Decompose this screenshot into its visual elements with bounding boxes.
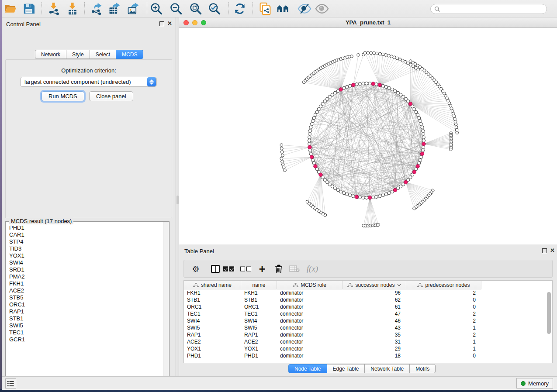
network-hub-node[interactable]	[422, 142, 426, 145]
table-row[interactable]: SWI5SWI5connector431	[184, 324, 552, 331]
network-hub-node[interactable]	[310, 155, 313, 158]
save-session-icon[interactable]	[21, 2, 36, 16]
network-node[interactable]	[421, 129, 424, 132]
mcds-result-item[interactable]: STP4	[6, 238, 163, 245]
network-node[interactable]	[314, 113, 317, 117]
network-node[interactable]	[367, 52, 370, 55]
table-row[interactable]: ORC1ORC1dominator610	[184, 303, 552, 310]
network-node[interactable]	[456, 131, 459, 134]
zoom-in-icon[interactable]	[149, 2, 164, 16]
network-node[interactable]	[454, 123, 457, 126]
network-node[interactable]	[375, 52, 378, 55]
column-header-successor-nodes[interactable]: successor nodes	[343, 281, 406, 289]
network-node[interactable]	[384, 85, 387, 88]
mcds-result-item[interactable]: ACE2	[6, 287, 163, 294]
network-node[interactable]	[391, 88, 394, 91]
mcds-result-item[interactable]: TID3	[6, 245, 163, 252]
network-node[interactable]	[393, 56, 396, 59]
network-node[interactable]	[280, 144, 283, 147]
network-node[interactable]	[306, 200, 309, 203]
criterion-dropdown[interactable]: largest connected component (undirected)	[20, 77, 157, 87]
network-node[interactable]	[365, 82, 368, 85]
network-node[interactable]	[419, 158, 422, 162]
network-node[interactable]	[399, 93, 402, 96]
network-node[interactable]	[413, 207, 416, 210]
network-node[interactable]	[328, 95, 331, 98]
network-node[interactable]	[378, 52, 381, 55]
tab-select[interactable]: Select	[90, 50, 116, 59]
mcds-result-item[interactable]: PHD1	[6, 224, 163, 231]
network-node[interactable]	[368, 82, 371, 85]
network-node[interactable]	[280, 157, 283, 160]
zoom-selected-icon[interactable]	[207, 2, 222, 16]
network-node[interactable]	[350, 55, 353, 58]
network-node[interactable]	[416, 113, 419, 117]
network-node[interactable]	[394, 89, 397, 93]
table-row[interactable]: PHD1PHD1dominator180	[184, 352, 552, 359]
network-node[interactable]	[390, 55, 393, 58]
network-node[interactable]	[373, 52, 376, 55]
close-table-panel-icon[interactable]: ✕	[550, 247, 555, 254]
network-node[interactable]	[372, 196, 375, 199]
network-node[interactable]	[413, 107, 416, 110]
network-node[interactable]	[387, 192, 391, 195]
zoom-fit-icon[interactable]	[188, 2, 203, 16]
network-hub-node[interactable]	[420, 152, 424, 155]
table-row[interactable]: STB1STB1dominator620	[184, 296, 552, 303]
network-node[interactable]	[375, 83, 378, 86]
tab-mcds[interactable]: MCDS	[116, 50, 143, 59]
import-table-icon[interactable]	[65, 2, 80, 16]
tab-motifs[interactable]: Motifs	[409, 364, 436, 373]
mcds-list-scrollbar[interactable]	[163, 222, 169, 383]
network-node[interactable]	[381, 53, 384, 56]
network-node[interactable]	[421, 126, 424, 129]
float-panel-icon[interactable]	[159, 21, 164, 26]
splitter-handle-icon[interactable]	[176, 196, 179, 204]
network-node[interactable]	[421, 149, 424, 152]
network-hub-node[interactable]	[416, 165, 419, 168]
network-node[interactable]	[455, 126, 458, 129]
network-node[interactable]	[312, 117, 315, 120]
network-hub-node[interactable]	[378, 83, 381, 86]
export-image-icon[interactable]	[126, 2, 141, 16]
tab-network[interactable]: Network	[35, 50, 66, 59]
network-node[interactable]	[422, 139, 425, 142]
network-node[interactable]	[308, 149, 311, 152]
mcds-result-item[interactable]: ORC1	[6, 301, 163, 308]
tab-edge-table[interactable]: Edge Table	[327, 364, 365, 373]
network-node[interactable]	[422, 132, 425, 135]
network-node[interactable]	[375, 195, 378, 198]
network-node[interactable]	[308, 139, 311, 142]
mcds-result-item[interactable]: TEC1	[6, 329, 163, 336]
network-hub-node[interactable]	[339, 88, 343, 91]
network-node[interactable]	[281, 163, 284, 166]
network-hub-node[interactable]	[352, 83, 355, 86]
network-hub-node[interactable]	[393, 188, 397, 192]
mcds-result-item[interactable]: SWI5	[6, 322, 163, 329]
network-node[interactable]	[333, 91, 336, 94]
mcds-result-item[interactable]: SWI4	[6, 259, 163, 266]
tab-network-table[interactable]: Network Table	[364, 364, 410, 373]
delete-column-icon[interactable]	[275, 265, 283, 273]
network-node[interactable]	[381, 194, 384, 197]
network-node[interactable]	[309, 126, 312, 129]
network-node[interactable]	[319, 105, 322, 108]
open-file-icon[interactable]	[3, 2, 18, 16]
network-node[interactable]	[455, 128, 458, 131]
export-table-icon[interactable]	[107, 2, 122, 16]
network-node[interactable]	[308, 132, 311, 135]
network-hub-node[interactable]	[314, 165, 317, 168]
mcds-result-item[interactable]: STB5	[6, 294, 163, 301]
deselect-all-icon[interactable]	[239, 266, 252, 271]
show-graphics-details-icon[interactable]	[315, 2, 329, 16]
network-hub-node[interactable]	[355, 195, 358, 199]
network-node[interactable]	[362, 224, 365, 227]
task-history-button[interactable]	[5, 378, 16, 389]
network-node[interactable]	[281, 160, 284, 163]
table-row[interactable]: YOX1YOX1connector291	[184, 345, 552, 352]
network-hub-node[interactable]	[319, 173, 322, 176]
export-network-icon[interactable]	[89, 2, 104, 16]
network-node[interactable]	[357, 54, 360, 57]
table-row[interactable]: SWI4SWI4dominator462	[184, 317, 552, 324]
mcds-result-item[interactable]: FKH1	[6, 280, 163, 287]
